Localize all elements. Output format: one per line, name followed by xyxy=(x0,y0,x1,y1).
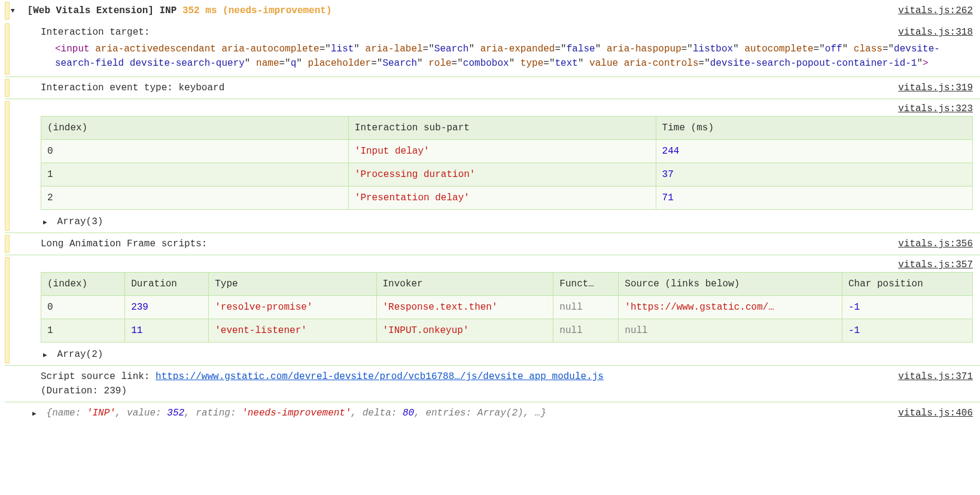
attr-name: aria-controls xyxy=(624,58,699,69)
cell-subpart: 'Presentation delay' xyxy=(348,187,656,210)
disclosure-right-icon[interactable]: ▶ xyxy=(43,218,51,228)
script-source-link-row: Script source link: https://www.gstatic.… xyxy=(5,365,980,402)
attr-name: aria-haspopup xyxy=(607,44,681,54)
source-link[interactable]: vitals.js:318 xyxy=(898,25,973,39)
script-source-prefix: Script source link: xyxy=(41,371,156,382)
cell-duration: 11 xyxy=(125,319,209,343)
attr-value: off xyxy=(825,44,842,54)
interaction-target-markup[interactable]: <input aria-activedescendant aria-autoco… xyxy=(41,39,973,73)
obj-val-entries: Array(2) xyxy=(477,408,524,418)
cell-type: 'event-listener' xyxy=(209,319,376,343)
obj-ellipsis: … xyxy=(535,408,541,418)
cell-duration: 239 xyxy=(125,296,209,319)
laf-label: Long Animation Frame scripts: xyxy=(41,239,207,249)
cell-subpart: 'Input delay' xyxy=(348,140,656,163)
obj-val-name: 'INP' xyxy=(87,408,115,418)
cell-char-position: -1 xyxy=(842,319,972,343)
brace-close: } xyxy=(540,408,546,418)
attr-name: type xyxy=(521,58,543,69)
cell-source: 'https://www.gstatic.com/… xyxy=(619,296,842,319)
attr-value: listbox xyxy=(693,44,733,54)
disclosure-down-icon[interactable]: ▼ xyxy=(11,6,19,16)
table-header-cell: Duration xyxy=(125,273,209,296)
cell-invoker: 'INPUT.onkeyup' xyxy=(376,319,553,343)
laf-scripts-table: (index) Duration Type Invoker Funct… Sou… xyxy=(41,272,973,343)
attr-name: aria-label xyxy=(366,44,423,54)
obj-val-delta: 80 xyxy=(403,408,414,418)
cell-index: 2 xyxy=(41,187,349,210)
table1-source-row: vitals.js:323 (index) Interaction sub-pa… xyxy=(5,99,980,233)
cell-type: 'resolve-promise' xyxy=(209,296,376,319)
attr-name: aria-autocomplete xyxy=(221,44,319,54)
attr-name: aria-activedescendant xyxy=(95,44,216,54)
source-link[interactable]: vitals.js:356 xyxy=(898,237,973,251)
table1-array-summary[interactable]: ▶ Array(3) xyxy=(41,212,973,233)
table-row: 1'Processing duration'37 xyxy=(41,163,973,187)
cell-source: null xyxy=(619,319,842,343)
obj-key-entries: entries: xyxy=(425,408,471,418)
source-link[interactable]: vitals.js:357 xyxy=(898,258,973,272)
array-label: Array(2) xyxy=(57,349,104,360)
table-header-cell: (index) xyxy=(41,117,349,140)
disclosure-right-icon[interactable]: ▶ xyxy=(32,409,41,419)
table-header-cell: Invoker xyxy=(376,273,553,296)
attr-value: list xyxy=(331,44,354,54)
attr-value: q xyxy=(291,58,297,69)
cell-time: 244 xyxy=(656,140,972,163)
source-link[interactable]: vitals.js:262 xyxy=(898,4,973,18)
array-label: Array(3) xyxy=(57,216,104,227)
table-header-cell: Time (ms) xyxy=(656,117,972,140)
header-value: 352 ms xyxy=(182,5,217,16)
obj-key-name: name: xyxy=(52,408,81,418)
event-type-label: Interaction event type: keyboard xyxy=(41,82,224,93)
obj-key-value: value: xyxy=(127,408,162,418)
cell-index: 1 xyxy=(41,163,349,187)
table-row: 111'event-listener''INPUT.onkeyup'nullnu… xyxy=(41,319,973,343)
header-rating: (needs-improvement) xyxy=(223,5,331,16)
cell-function: null xyxy=(553,319,619,343)
tag-name: input xyxy=(61,44,90,54)
obj-val-rating: 'needs-improvement' xyxy=(242,408,351,418)
script-source-duration: (Duration: 239) xyxy=(41,386,127,396)
cell-subpart: 'Processing duration' xyxy=(348,163,656,187)
obj-val-value: 352 xyxy=(167,408,184,418)
cell-time: 71 xyxy=(656,187,972,210)
obj-key-delta: delta: xyxy=(363,408,397,418)
source-link[interactable]: vitals.js:319 xyxy=(898,81,973,95)
script-source-link[interactable]: https://www.gstatic.com/devrel-devsite/p… xyxy=(156,371,604,382)
header-metric: INP xyxy=(159,5,176,16)
attr-name: class xyxy=(854,44,882,54)
attr-name: autocomplete xyxy=(744,44,813,54)
attr-value: combobox xyxy=(463,58,509,69)
source-link[interactable]: vitals.js:371 xyxy=(898,369,973,398)
cell-index: 0 xyxy=(41,140,349,163)
attr-name: aria-expanded xyxy=(480,44,555,54)
cell-char-position: -1 xyxy=(842,296,972,319)
disclosure-right-icon[interactable]: ▶ xyxy=(43,350,51,360)
attr-name: name xyxy=(256,58,279,69)
cell-time: 37 xyxy=(656,163,972,187)
attr-name: role xyxy=(428,58,451,69)
interaction-target-label: Interaction target: xyxy=(41,27,150,38)
object-summary-row[interactable]: vitals.js:406 ▶ {name: 'INP', value: 352… xyxy=(5,402,980,424)
attr-value: Search xyxy=(382,58,417,69)
table-header-cell: (index) xyxy=(41,273,125,296)
laf-label-row: vitals.js:356 Long Animation Frame scrip… xyxy=(5,233,980,255)
event-type-row: vitals.js:319 Interaction event type: ke… xyxy=(5,77,980,99)
table-row: 0'Input delay'244 xyxy=(41,140,973,163)
table-header-cell: Interaction sub-part xyxy=(348,117,656,140)
source-link[interactable]: vitals.js:323 xyxy=(898,102,973,116)
console-group-body: vitals.js:318 Interaction target: <input… xyxy=(5,22,980,424)
table2-array-summary[interactable]: ▶ Array(2) xyxy=(41,345,973,365)
interaction-subpart-table: (index) Interaction sub-part Time (ms) 0… xyxy=(41,116,973,210)
table-header-row: (index) Interaction sub-part Time (ms) xyxy=(41,117,973,140)
attr-value: false xyxy=(567,44,595,54)
obj-key-rating: rating: xyxy=(196,408,236,418)
attr-name: value xyxy=(589,58,618,69)
attr-value: Search xyxy=(434,44,469,54)
console-header-row[interactable]: ▼ vitals.js:262 [Web Vitals Extension] I… xyxy=(5,0,980,22)
source-link[interactable]: vitals.js:406 xyxy=(898,406,973,420)
cell-index: 0 xyxy=(41,296,125,319)
attr-value: text xyxy=(555,58,577,69)
brace-open: { xyxy=(47,408,53,418)
